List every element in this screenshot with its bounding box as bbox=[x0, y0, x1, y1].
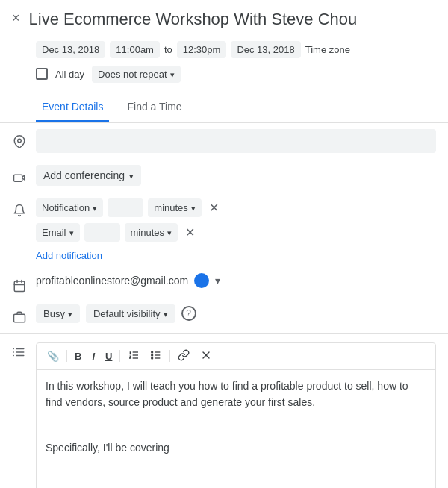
description-section: 📎 B I U In this workshop, I will teach y… bbox=[0, 337, 448, 488]
notif-value-1[interactable]: 30 bbox=[108, 198, 143, 217]
allday-row: All day Does not repeat bbox=[0, 63, 448, 86]
repeat-button[interactable]: Does not repeat bbox=[92, 66, 181, 83]
svg-rect-1 bbox=[14, 175, 22, 181]
event-header: × Live Ecommerce Workshop With Steve Cho… bbox=[0, 0, 448, 37]
tab-event-details[interactable]: Event Details bbox=[36, 96, 109, 122]
timezone-link[interactable]: Time zone bbox=[305, 44, 350, 55]
location-input[interactable]: http://profitableonlinestore.com/worksho… bbox=[36, 129, 436, 153]
end-date-chip[interactable]: Dec 13, 2018 bbox=[231, 41, 300, 58]
conferencing-content: Add conferencing bbox=[36, 165, 436, 186]
svg-point-21 bbox=[152, 357, 153, 359]
notification-row-2: Email 10 minutes ✕ bbox=[36, 222, 436, 243]
conferencing-icon bbox=[12, 171, 27, 184]
description-icon bbox=[12, 345, 27, 362]
help-icon[interactable]: ? bbox=[181, 306, 196, 321]
calendar-color-dot bbox=[194, 273, 209, 288]
add-notification-link[interactable]: Add notification bbox=[36, 250, 102, 261]
busy-chevron-icon bbox=[68, 308, 72, 319]
tabs-row: Event Details Find a Time bbox=[0, 90, 448, 123]
calendar-dropdown-icon[interactable]: ▾ bbox=[215, 275, 220, 287]
underline-button[interactable]: U bbox=[102, 349, 115, 363]
notif-unit-button-1[interactable]: minutes bbox=[148, 198, 202, 217]
conferencing-section: Add conferencing bbox=[0, 159, 448, 192]
notification-row-1: Notification 30 minutes ✕ bbox=[36, 198, 436, 218]
notifications-section: Notification 30 minutes ✕ Email 10 minut… bbox=[0, 192, 448, 267]
bold-button[interactable]: B bbox=[72, 349, 84, 363]
notif-unit-chevron-1 bbox=[191, 202, 196, 213]
bell-icon bbox=[12, 204, 27, 217]
attach-button[interactable]: 📎 bbox=[44, 349, 62, 363]
allday-checkbox[interactable] bbox=[36, 68, 48, 80]
toolbar-divider-1 bbox=[66, 350, 67, 362]
repeat-chevron-icon bbox=[170, 69, 175, 80]
remove-notification-2[interactable]: ✕ bbox=[182, 222, 198, 243]
notif-type-chevron-2 bbox=[69, 227, 74, 238]
location-section: http://profitableonlinestore.com/worksho… bbox=[0, 123, 448, 159]
allday-label: All day bbox=[55, 69, 84, 80]
start-date-chip[interactable]: Dec 13, 2018 bbox=[36, 41, 105, 58]
repeat-label: Does not repeat bbox=[98, 69, 167, 80]
status-section: Busy Default visibility ? bbox=[0, 298, 448, 330]
notif-value-2[interactable]: 10 bbox=[84, 223, 120, 242]
editor-toolbar: 📎 B I U bbox=[37, 343, 435, 370]
visibility-label: Default visibility bbox=[93, 308, 161, 319]
calendar-email: profitableonlinestore@gmail.com bbox=[36, 275, 188, 287]
notif-type-chevron-1 bbox=[93, 202, 97, 213]
toolbar-divider-2 bbox=[119, 350, 120, 362]
svg-point-20 bbox=[152, 354, 153, 356]
calendar-icon bbox=[12, 279, 27, 293]
svg-rect-6 bbox=[14, 314, 25, 322]
visibility-button[interactable]: Default visibility bbox=[86, 304, 175, 323]
close-button[interactable]: × bbox=[12, 10, 20, 26]
divider bbox=[0, 333, 448, 334]
notif-unit-label-1: minutes bbox=[154, 202, 188, 213]
calendar-row: profitableonlinestore@gmail.com ▾ bbox=[36, 273, 436, 288]
notif-type-button-1[interactable]: Notification bbox=[36, 198, 103, 217]
event-title: Live Ecommerce Workshop With Steve Chou bbox=[29, 9, 358, 31]
calendar-section: profitableonlinestore@gmail.com ▾ bbox=[0, 267, 448, 298]
end-time-chip[interactable]: 12:30pm bbox=[177, 41, 227, 58]
editor-container: 📎 B I U In this workshop, I will teach y… bbox=[36, 342, 436, 488]
location-icon bbox=[12, 135, 27, 148]
location-content: http://profitableonlinestore.com/worksho… bbox=[36, 129, 436, 153]
add-conferencing-button[interactable]: Add conferencing bbox=[36, 165, 141, 186]
visibility-chevron-icon bbox=[164, 308, 168, 319]
briefcase-icon bbox=[12, 310, 27, 324]
datetime-row: Dec 13, 2018 11:00am to 12:30pm Dec 13, … bbox=[0, 37, 448, 63]
svg-point-0 bbox=[18, 139, 22, 143]
italic-button[interactable]: I bbox=[89, 349, 98, 363]
notif-type-label-1: Notification bbox=[42, 202, 90, 213]
notifications-content: Notification 30 minutes ✕ Email 10 minut… bbox=[36, 198, 436, 261]
remove-formatting-button[interactable] bbox=[197, 348, 215, 365]
status-content: Busy Default visibility ? bbox=[36, 304, 436, 323]
remove-notification-1[interactable]: ✕ bbox=[206, 198, 222, 218]
notif-type-button-2[interactable]: Email bbox=[36, 223, 80, 242]
ordered-list-button[interactable] bbox=[125, 348, 143, 365]
description-text[interactable]: In this workshop, I will teach you how t… bbox=[37, 370, 435, 488]
calendar-content: profitableonlinestore@gmail.com ▾ bbox=[36, 273, 436, 288]
busy-button[interactable]: Busy bbox=[36, 304, 80, 323]
status-row: Busy Default visibility ? bbox=[36, 304, 436, 323]
unordered-list-button[interactable] bbox=[147, 348, 165, 365]
notif-unit-label-2: minutes bbox=[131, 227, 165, 238]
svg-rect-2 bbox=[14, 281, 25, 292]
notif-unit-button-2[interactable]: minutes bbox=[125, 223, 178, 242]
notif-type-label-2: Email bbox=[42, 227, 66, 238]
conferencing-chevron-icon bbox=[129, 169, 134, 181]
toolbar-divider-3 bbox=[169, 350, 170, 362]
tab-find-a-time[interactable]: Find a Time bbox=[121, 96, 187, 122]
conferencing-label: Add conferencing bbox=[43, 169, 125, 181]
start-time-chip[interactable]: 11:00am bbox=[110, 41, 160, 58]
busy-label: Busy bbox=[43, 308, 65, 319]
notif-unit-chevron-2 bbox=[167, 227, 172, 238]
svg-point-19 bbox=[152, 351, 153, 353]
link-button[interactable] bbox=[175, 348, 193, 365]
to-label: to bbox=[164, 44, 172, 55]
